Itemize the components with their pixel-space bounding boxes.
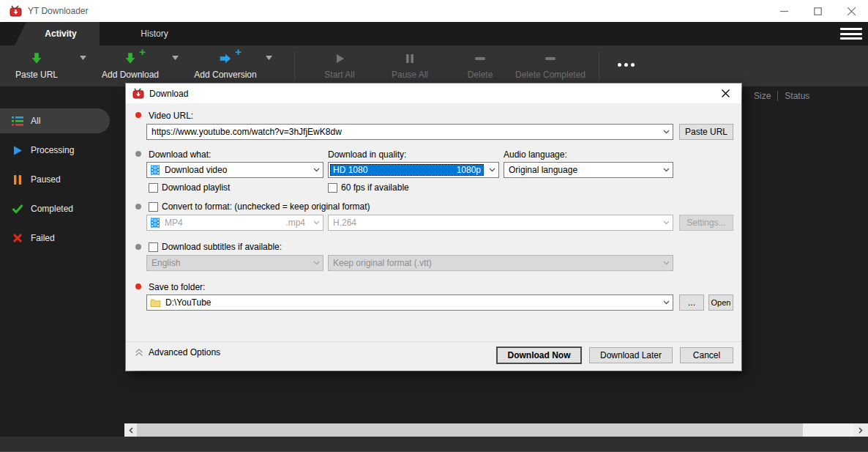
tab-history[interactable]: History [100,22,209,45]
video-url-input[interactable]: https://www.youtube.com/watch?v=3hJfjEwK… [146,124,673,140]
horizontal-scrollbar[interactable] [124,423,868,437]
download-what-select[interactable]: Download video [146,162,323,178]
chevron-down-icon [659,256,673,270]
sidebar-item-all[interactable]: All [0,108,110,133]
required-indicator [135,284,141,289]
chevron-down-icon[interactable] [659,125,673,139]
browse-folder-button[interactable]: ... [679,294,704,311]
add-download-button[interactable]: + Add Download [95,48,165,84]
subtitle-language-select: English [146,255,323,271]
failed-x-icon [11,233,24,243]
quality-select[interactable]: HD 1080 1080p [328,162,499,178]
audio-language-select[interactable]: Original language [504,162,673,178]
tab-activity-label: Activity [45,29,76,39]
sidebar-item-label: Failed [31,233,55,243]
sidebar-item-failed[interactable]: Failed [0,226,110,251]
download-playlist-checkbox[interactable]: Download playlist [149,182,230,193]
chevron-down-icon [310,215,323,230]
sidebar-item-label: Paused [31,174,61,185]
advanced-options-toggle[interactable]: Advanced Options [135,347,220,357]
column-status[interactable]: Status [785,91,809,101]
audio-language-label: Audio language: [504,149,567,160]
download-dialog: Download Video URL: https://www.youtube.… [126,84,741,371]
folder-icon [150,298,161,308]
app-title: YT Downloader [28,6,89,16]
video-url-label: Video URL: [149,111,193,121]
app-logo-icon [10,5,22,17]
save-folder-select[interactable]: D:\YouTube [146,294,673,311]
sidebar-item-paused[interactable]: Paused [0,167,110,192]
optional-indicator [135,204,141,210]
scroll-left-icon[interactable] [124,423,137,437]
pause-all-button: Pause All [373,48,446,84]
add-conversion-dropdown-icon[interactable] [261,53,276,63]
sidebar-item-processing[interactable]: Processing [0,138,110,163]
quality-suffix: 1080p [457,165,481,175]
paste-url-dialog-button[interactable]: Paste URL [679,124,733,140]
settings-button: Settings... [679,215,733,231]
app-window: YT Downloader Activity History [0,0,868,452]
tab-bar: Activity History [0,22,868,45]
optional-indicator [135,151,141,157]
paste-url-button[interactable]: Paste URL [6,48,67,84]
download-later-button[interactable]: Download Later [589,347,673,363]
all-list-icon [11,116,24,127]
dialog-close-icon[interactable] [714,84,737,103]
dialog-title: Download [149,89,188,99]
title-bar: YT Downloader [0,0,868,22]
paste-url-dropdown-icon[interactable] [75,53,90,63]
optional-indicator [135,244,141,250]
menu-icon[interactable] [840,26,862,41]
maximize-button[interactable] [801,0,834,22]
chevron-down-icon [659,215,673,230]
tab-activity[interactable]: Activity [15,22,100,45]
start-all-button: Start All [303,48,376,84]
convert-format-checkbox[interactable]: Convert to format: (unchecked = keep ori… [149,201,370,212]
paused-icon [11,174,24,185]
subtitles-checkbox[interactable]: Download subtitles if available: [149,242,282,252]
download-now-button[interactable]: Download Now [496,347,582,364]
cancel-button[interactable]: Cancel [680,347,733,363]
open-folder-button[interactable]: Open [708,294,733,311]
status-strip [0,437,868,452]
scrollbar-thumb[interactable] [137,423,803,437]
toolbar-separator [294,51,295,81]
tab-history-label: History [141,29,168,39]
toolbar-separator [599,51,599,81]
column-size[interactable]: Size [754,91,771,101]
chevron-down-icon [310,256,323,270]
chevron-down-icon[interactable] [485,163,498,177]
video-film-icon [150,218,160,228]
completed-check-icon [11,204,24,214]
quality-label: Download in quality: [328,149,406,160]
format-extension: .mp4 [285,218,310,228]
save-folder-label: Save to folder: [149,282,205,292]
add-download-icon: + [124,48,137,69]
play-icon [334,48,345,69]
video-film-icon [150,165,160,175]
window-controls [767,0,868,22]
format-select: MP4 .mp4 [146,215,323,231]
add-download-dropdown-icon[interactable] [168,53,182,63]
scroll-right-icon[interactable] [853,423,868,437]
subtitle-format-select: Keep original format (.vtt) [328,255,673,271]
delete-completed-button: Delete Completed [509,48,591,84]
sidebar-item-label: Completed [31,204,73,214]
minimize-button[interactable] [767,0,801,22]
toolbar: Paste URL + Add Download + Add Conversio… [0,45,868,86]
chevron-down-icon[interactable] [659,163,673,177]
chevron-down-icon[interactable] [659,295,673,310]
add-conversion-button[interactable]: + Add Conversion [189,48,262,84]
list-column-headers: Size Status [754,91,809,101]
download-arrow-icon [30,48,43,69]
more-options-icon[interactable] [618,63,635,67]
sidebar-item-label: Processing [31,145,74,155]
sidebar-item-completed[interactable]: Completed [0,196,110,221]
sidebar-item-label: All [31,116,40,126]
close-window-button[interactable] [834,0,868,22]
processing-play-icon [11,145,24,156]
codec-select: H.264 [328,215,673,231]
chevron-down-icon[interactable] [310,163,323,177]
fps-60-checkbox[interactable]: 60 fps if available [328,182,409,193]
download-what-label: Download what: [149,149,211,160]
